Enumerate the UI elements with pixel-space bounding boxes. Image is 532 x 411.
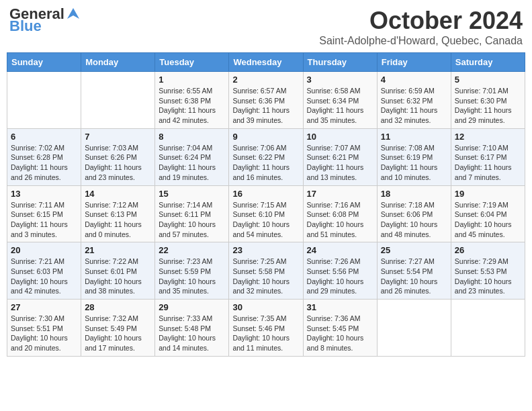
- calendar-cell: 19Sunrise: 7:19 AM Sunset: 6:04 PM Dayli…: [451, 185, 525, 242]
- day-number: 26: [455, 245, 521, 255]
- day-info: Sunrise: 7:27 AM Sunset: 5:54 PM Dayligh…: [381, 257, 447, 296]
- day-number: 3: [307, 75, 373, 85]
- weekday-header-thursday: Thursday: [303, 53, 377, 72]
- day-number: 20: [11, 245, 77, 255]
- day-info: Sunrise: 7:15 AM Sunset: 6:10 PM Dayligh…: [232, 200, 299, 240]
- calendar-cell: 27Sunrise: 7:30 AM Sunset: 5:51 PM Dayli…: [7, 300, 81, 357]
- day-number: 9: [232, 132, 299, 142]
- day-info: Sunrise: 6:57 AM Sunset: 6:36 PM Dayligh…: [232, 86, 299, 126]
- calendar-week-row: 20Sunrise: 7:21 AM Sunset: 6:03 PM Dayli…: [7, 242, 525, 300]
- calendar-cell: [7, 72, 81, 129]
- calendar-cell: 8Sunrise: 7:04 AM Sunset: 6:24 PM Daylig…: [155, 128, 229, 185]
- day-number: 11: [381, 132, 447, 142]
- calendar-cell: 26Sunrise: 7:29 AM Sunset: 5:53 PM Dayli…: [451, 242, 525, 300]
- day-number: 16: [232, 189, 299, 199]
- calendar-cell: 13Sunrise: 7:11 AM Sunset: 6:15 PM Dayli…: [7, 185, 81, 242]
- calendar-cell: 14Sunrise: 7:12 AM Sunset: 6:13 PM Dayli…: [81, 185, 155, 242]
- day-info: Sunrise: 6:59 AM Sunset: 6:32 PM Dayligh…: [381, 86, 447, 126]
- day-info: Sunrise: 7:23 AM Sunset: 5:59 PM Dayligh…: [159, 257, 225, 296]
- weekday-header-tuesday: Tuesday: [155, 53, 229, 72]
- day-info: Sunrise: 7:14 AM Sunset: 6:11 PM Dayligh…: [159, 200, 225, 240]
- calendar-cell: 18Sunrise: 7:18 AM Sunset: 6:06 PM Dayli…: [377, 185, 451, 242]
- calendar-cell: 21Sunrise: 7:22 AM Sunset: 6:01 PM Dayli…: [81, 242, 155, 300]
- day-info: Sunrise: 7:11 AM Sunset: 6:15 PM Dayligh…: [11, 200, 77, 240]
- day-number: 10: [307, 132, 373, 142]
- calendar-cell: 17Sunrise: 7:16 AM Sunset: 6:08 PM Dayli…: [303, 185, 377, 242]
- calendar-cell: 30Sunrise: 7:35 AM Sunset: 5:46 PM Dayli…: [229, 300, 303, 357]
- day-info: Sunrise: 7:35 AM Sunset: 5:46 PM Dayligh…: [232, 314, 299, 353]
- day-number: 23: [232, 245, 299, 255]
- day-info: Sunrise: 7:21 AM Sunset: 6:03 PM Dayligh…: [11, 257, 77, 296]
- calendar-cell: 2Sunrise: 6:57 AM Sunset: 6:36 PM Daylig…: [229, 72, 303, 129]
- subtitle: Saint-Adolphe-d'Howard, Quebec, Canada: [319, 35, 523, 47]
- calendar-cell: 10Sunrise: 7:07 AM Sunset: 6:21 PM Dayli…: [303, 128, 377, 185]
- calendar-cell: [451, 300, 525, 357]
- day-info: Sunrise: 7:25 AM Sunset: 5:58 PM Dayligh…: [232, 257, 299, 296]
- day-number: 12: [455, 132, 521, 142]
- day-number: 25: [381, 245, 447, 255]
- day-number: 2: [232, 75, 299, 85]
- calendar-week-row: 6Sunrise: 7:02 AM Sunset: 6:28 PM Daylig…: [7, 128, 525, 185]
- calendar-cell: 22Sunrise: 7:23 AM Sunset: 5:59 PM Dayli…: [155, 242, 229, 300]
- day-info: Sunrise: 7:03 AM Sunset: 6:26 PM Dayligh…: [85, 143, 151, 183]
- calendar-cell: 11Sunrise: 7:08 AM Sunset: 6:19 PM Dayli…: [377, 128, 451, 185]
- day-number: 14: [85, 189, 151, 199]
- calendar-cell: [81, 72, 155, 129]
- day-info: Sunrise: 7:19 AM Sunset: 6:04 PM Dayligh…: [455, 200, 521, 240]
- calendar-week-row: 1Sunrise: 6:55 AM Sunset: 6:38 PM Daylig…: [7, 72, 525, 129]
- calendar-cell: 28Sunrise: 7:32 AM Sunset: 5:49 PM Dayli…: [81, 300, 155, 357]
- day-number: 8: [159, 132, 225, 142]
- weekday-header-row: SundayMondayTuesdayWednesdayThursdayFrid…: [7, 53, 525, 72]
- day-number: 29: [159, 302, 225, 312]
- weekday-header-friday: Friday: [377, 53, 451, 72]
- calendar-cell: 20Sunrise: 7:21 AM Sunset: 6:03 PM Dayli…: [7, 242, 81, 300]
- day-info: Sunrise: 7:06 AM Sunset: 6:22 PM Dayligh…: [232, 143, 299, 183]
- day-info: Sunrise: 7:16 AM Sunset: 6:08 PM Dayligh…: [307, 200, 373, 240]
- day-number: 4: [381, 75, 447, 85]
- day-number: 27: [11, 302, 77, 312]
- day-info: Sunrise: 7:10 AM Sunset: 6:17 PM Dayligh…: [455, 143, 521, 183]
- calendar-cell: [377, 300, 451, 357]
- calendar-week-row: 13Sunrise: 7:11 AM Sunset: 6:15 PM Dayli…: [7, 185, 525, 242]
- weekday-header-sunday: Sunday: [7, 53, 81, 72]
- day-info: Sunrise: 7:32 AM Sunset: 5:49 PM Dayligh…: [85, 314, 151, 353]
- day-info: Sunrise: 6:58 AM Sunset: 6:34 PM Dayligh…: [307, 86, 373, 126]
- day-number: 5: [455, 75, 521, 85]
- day-number: 21: [85, 245, 151, 255]
- weekday-header-wednesday: Wednesday: [229, 53, 303, 72]
- day-info: Sunrise: 7:33 AM Sunset: 5:48 PM Dayligh…: [159, 314, 225, 353]
- day-info: Sunrise: 7:04 AM Sunset: 6:24 PM Dayligh…: [159, 143, 225, 183]
- day-info: Sunrise: 7:08 AM Sunset: 6:19 PM Dayligh…: [381, 143, 447, 183]
- main-title: October 2024: [319, 7, 523, 35]
- day-info: Sunrise: 6:55 AM Sunset: 6:38 PM Dayligh…: [159, 86, 225, 126]
- day-info: Sunrise: 7:26 AM Sunset: 5:56 PM Dayligh…: [307, 257, 373, 296]
- calendar-week-row: 27Sunrise: 7:30 AM Sunset: 5:51 PM Dayli…: [7, 300, 525, 357]
- calendar-cell: 25Sunrise: 7:27 AM Sunset: 5:54 PM Dayli…: [377, 242, 451, 300]
- day-number: 22: [159, 245, 225, 255]
- title-block: October 2024 Saint-Adolphe-d'Howard, Que…: [319, 7, 523, 47]
- day-info: Sunrise: 7:22 AM Sunset: 6:01 PM Dayligh…: [85, 257, 151, 296]
- calendar-cell: 4Sunrise: 6:59 AM Sunset: 6:32 PM Daylig…: [377, 72, 451, 129]
- day-number: 15: [159, 189, 225, 199]
- calendar-cell: 24Sunrise: 7:26 AM Sunset: 5:56 PM Dayli…: [303, 242, 377, 300]
- day-number: 6: [11, 132, 77, 142]
- calendar-cell: 16Sunrise: 7:15 AM Sunset: 6:10 PM Dayli…: [229, 185, 303, 242]
- day-info: Sunrise: 7:02 AM Sunset: 6:28 PM Dayligh…: [11, 143, 77, 183]
- weekday-header-monday: Monday: [81, 53, 155, 72]
- day-info: Sunrise: 7:36 AM Sunset: 5:45 PM Dayligh…: [307, 314, 373, 353]
- calendar-cell: 29Sunrise: 7:33 AM Sunset: 5:48 PM Dayli…: [155, 300, 229, 357]
- day-info: Sunrise: 7:07 AM Sunset: 6:21 PM Dayligh…: [307, 143, 373, 183]
- day-number: 1: [159, 75, 225, 85]
- calendar-cell: 15Sunrise: 7:14 AM Sunset: 6:11 PM Dayli…: [155, 185, 229, 242]
- calendar-table: SundayMondayTuesdayWednesdayThursdayFrid…: [7, 52, 525, 357]
- calendar-cell: 9Sunrise: 7:06 AM Sunset: 6:22 PM Daylig…: [229, 128, 303, 185]
- day-info: Sunrise: 7:30 AM Sunset: 5:51 PM Dayligh…: [11, 314, 77, 353]
- day-number: 31: [307, 302, 373, 312]
- day-number: 30: [232, 302, 299, 312]
- svg-marker-0: [67, 8, 79, 19]
- calendar-cell: 7Sunrise: 7:03 AM Sunset: 6:26 PM Daylig…: [81, 128, 155, 185]
- day-number: 24: [307, 245, 373, 255]
- calendar-cell: 3Sunrise: 6:58 AM Sunset: 6:34 PM Daylig…: [303, 72, 377, 129]
- calendar-cell: 6Sunrise: 7:02 AM Sunset: 6:28 PM Daylig…: [7, 128, 81, 185]
- day-number: 17: [307, 189, 373, 199]
